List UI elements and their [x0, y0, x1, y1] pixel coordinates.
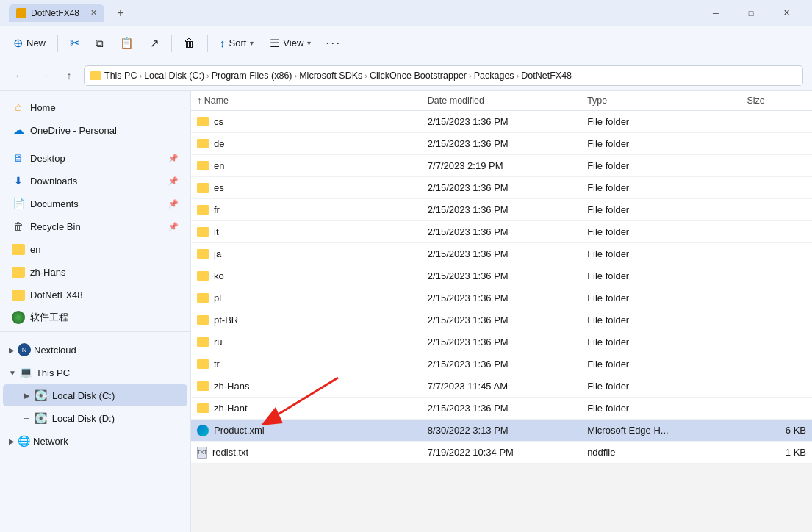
col-header-date[interactable]: Date modified	[422, 91, 581, 111]
path-dotnetfx48[interactable]: DotNetFX48	[521, 71, 572, 81]
forward-button[interactable]: →	[34, 65, 54, 86]
up-button[interactable]: ↑	[59, 65, 79, 86]
file-type: File folder	[581, 375, 741, 398]
table-row[interactable]: Product.xml8/30/2022 3:13 PMMicrosoft Ed…	[191, 420, 812, 442]
thispc-chevron-icon: ▼	[9, 369, 16, 377]
path-programfiles[interactable]: Program Files (x86)	[212, 71, 292, 81]
path-microsoftsdks[interactable]: Microsoft SDKs	[299, 71, 362, 81]
table-row[interactable]: fr2/15/2023 1:36 PMFile folder	[191, 199, 812, 221]
file-date: 7/19/2022 10:34 PM	[422, 442, 581, 464]
edge-file-icon	[197, 425, 209, 436]
folder-icon	[197, 359, 209, 369]
folder-icon	[197, 381, 209, 391]
sort-button[interactable]: ↕ Sort ▾	[212, 31, 261, 56]
path-packages[interactable]: Packages	[474, 71, 514, 81]
sidebar-item-onedrive[interactable]: ☁ OneDrive - Personal	[3, 119, 187, 141]
table-row[interactable]: es2/15/2023 1:36 PMFile folder	[191, 177, 812, 199]
file-name: ja	[214, 248, 221, 259]
delete-button[interactable]: 🗑	[176, 31, 203, 56]
path-localc[interactable]: Local Disk (C:)	[144, 71, 204, 81]
sidebar-item-software[interactable]: 软件工程	[3, 306, 187, 328]
table-row[interactable]: zh-Hans7/7/2023 11:45 AMFile folder	[191, 375, 812, 398]
file-date: 2/15/2023 1:36 PM	[422, 133, 581, 155]
file-size	[741, 111, 812, 133]
sidebar-item-downloads[interactable]: ⬇ Downloads 📌	[3, 170, 187, 192]
sidebar-item-recycle[interactable]: 🗑 Recycle Bin 📌	[3, 215, 187, 237]
sidebar-item-thispc[interactable]: ▼ 💻 This PC	[3, 362, 187, 384]
nextcloud-icon: N	[18, 343, 31, 356]
more-options-button[interactable]: ···	[320, 31, 347, 56]
downloads-icon: ⬇	[12, 174, 25, 187]
table-row[interactable]: ru2/15/2023 1:36 PMFile folder	[191, 331, 812, 353]
sidebar-dotnetfx-label: DotNetFX48	[30, 290, 179, 301]
view-button[interactable]: ☰ View ▾	[262, 31, 318, 56]
en-folder-icon	[12, 244, 25, 255]
table-row[interactable]: en7/7/2023 2:19 PMFile folder	[191, 155, 812, 177]
add-tab-button[interactable]: +	[110, 3, 131, 24]
file-content-area: ↑ Name Date modified Type Size cs2/15/20…	[191, 91, 812, 464]
file-size: 1 KB	[741, 442, 812, 464]
close-button[interactable]: ✕	[769, 1, 803, 25]
table-row[interactable]: de2/15/2023 1:36 PMFile folder	[191, 133, 812, 155]
col-header-size[interactable]: Size	[741, 91, 812, 111]
table-row[interactable]: tr2/15/2023 1:36 PMFile folder	[191, 353, 812, 375]
toolbar: ⊕ New ✂ ⧉ 📋 ↗ 🗑 ↕ Sort ▾ ☰ View ▾ ···	[0, 26, 812, 60]
sidebar-item-network[interactable]: ▶ 🌐 Network	[3, 430, 187, 452]
downloads-pin-icon: 📌	[168, 176, 179, 186]
maximize-button[interactable]: □	[734, 1, 768, 25]
sidebar-item-en[interactable]: en	[3, 238, 187, 260]
file-size	[741, 243, 812, 265]
table-row[interactable]: TXTredist.txt7/19/2022 10:34 PMnddfile1 …	[191, 442, 812, 464]
sidebar-item-zh-hans[interactable]: zh-Hans	[3, 261, 187, 283]
cut-button[interactable]: ✂	[62, 31, 87, 56]
nextcloud-chevron-icon: ▶	[9, 346, 15, 354]
back-button[interactable]: ←	[9, 65, 29, 86]
table-row[interactable]: pt-BR2/15/2023 1:36 PMFile folder	[191, 309, 812, 331]
sidebar-network-label: Network	[33, 436, 182, 447]
file-type: File folder	[581, 265, 741, 287]
toolbar-separator-2	[171, 35, 172, 52]
paste-button[interactable]: 📋	[112, 31, 141, 56]
sidebar-item-localc[interactable]: ▶ 💽 Local Disk (C:)	[3, 384, 187, 406]
tab-dotnetfx48[interactable]: DotNetFX48 ✕	[9, 4, 104, 22]
sidebar-item-documents[interactable]: 📄 Documents 📌	[3, 193, 187, 215]
tab-close-button[interactable]: ✕	[90, 8, 97, 18]
zh-hans-folder-icon	[12, 267, 25, 278]
col-header-type[interactable]: Type	[581, 91, 741, 111]
col-header-name[interactable]: ↑ Name	[191, 91, 422, 111]
file-name: it	[214, 226, 219, 237]
address-path[interactable]: This PC › Local Disk (C:) › Program File…	[84, 65, 803, 86]
table-row[interactable]: ko2/15/2023 1:36 PMFile folder	[191, 265, 812, 287]
sidebar-documents-label: Documents	[30, 198, 163, 209]
new-button[interactable]: ⊕ New	[6, 31, 53, 56]
table-row[interactable]: ja2/15/2023 1:36 PMFile folder	[191, 243, 812, 265]
minimize-button[interactable]: ─	[699, 1, 733, 25]
share-button[interactable]: ↗	[143, 31, 167, 56]
sidebar-item-locald[interactable]: ─ 💽 Local Disk (D:)	[3, 407, 187, 429]
file-date: 2/15/2023 1:36 PM	[422, 398, 581, 420]
sidebar-item-desktop[interactable]: 🖥 Desktop 📌	[3, 147, 187, 169]
network-chevron-icon: ▶	[9, 437, 15, 445]
table-row[interactable]: cs2/15/2023 1:36 PMFile folder	[191, 111, 812, 133]
file-type: File folder	[581, 111, 741, 133]
copy-button[interactable]: ⧉	[88, 31, 111, 56]
path-thispc[interactable]: This PC	[104, 71, 137, 81]
table-row[interactable]: it2/15/2023 1:36 PMFile folder	[191, 221, 812, 243]
path-clickonce[interactable]: ClickOnce Bootstrapper	[370, 71, 467, 81]
recycle-icon: 🗑	[12, 220, 25, 233]
sidebar-item-home[interactable]: ⌂ Home	[3, 96, 187, 118]
view-chevron-icon: ▾	[307, 39, 311, 47]
sidebar-desktop-label: Desktop	[30, 153, 163, 164]
folder-icon	[197, 249, 209, 259]
onedrive-icon: ☁	[12, 123, 25, 137]
file-size	[741, 177, 812, 199]
folder-icon	[197, 161, 209, 170]
sidebar-item-nextcloud[interactable]: ▶ N Nextcloud	[3, 339, 187, 361]
sidebar: ⌂ Home ☁ OneDrive - Personal 🖥 Desktop 📌…	[0, 91, 191, 532]
sort-chevron-icon: ▾	[250, 39, 254, 47]
sidebar-item-dotnetfx[interactable]: DotNetFX48	[3, 284, 187, 306]
more-icon: ···	[326, 35, 341, 51]
sidebar-downloads-label: Downloads	[30, 176, 163, 187]
table-row[interactable]: pl2/15/2023 1:36 PMFile folder	[191, 287, 812, 309]
table-row[interactable]: zh-Hant2/15/2023 1:36 PMFile folder	[191, 398, 812, 420]
